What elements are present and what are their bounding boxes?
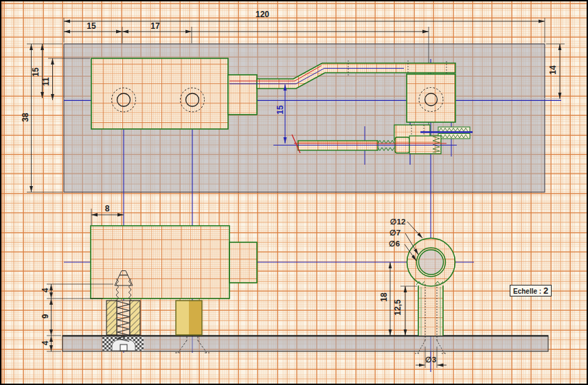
- dim-label-plate-height: 38: [21, 113, 30, 121]
- dim-label-stud-tip: 4: [41, 288, 50, 293]
- dim-label-front-offset: 8: [105, 204, 110, 213]
- dia-label-bore: ∅6: [389, 239, 400, 248]
- dim-label-stem-height: 12,5: [393, 299, 403, 315]
- dim-label-spring-height: 9: [41, 314, 50, 319]
- dim-label-overall-width: 120: [256, 10, 269, 19]
- dim-label-arm-to-rod: 15: [275, 105, 285, 114]
- dim-label-plate-thickness: 4: [41, 341, 50, 346]
- millimeter-paper-sheet: { "drawing": { "type": "technical-drawin…: [0, 0, 588, 385]
- dia-label-hole: ∅3: [425, 355, 436, 364]
- dim-label-edge-to-axis: 15: [31, 67, 41, 76]
- scale-value: 2: [543, 285, 548, 296]
- dim-label-block-to-axis: 11: [41, 78, 51, 86]
- spring-housing-right: [130, 301, 140, 335]
- scale-box: Echelle : 2: [510, 285, 552, 296]
- right-block-top: [407, 74, 455, 122]
- left-block-top: [91, 58, 228, 129]
- screw-slot: [120, 345, 127, 351]
- dim-label-right-depth: 14: [548, 65, 558, 74]
- dim-label-axis-to-base: 18: [379, 292, 389, 301]
- front-view: [47, 209, 548, 368]
- dia-label-outer: ∅12: [390, 217, 406, 226]
- dim-label-hole1-offset: 15: [87, 21, 95, 31]
- dia-label-mid: ∅7: [389, 228, 400, 237]
- post-bore-circle: [419, 250, 444, 275]
- left-block-tab-front: [229, 242, 257, 283]
- spring-housing-left: [106, 301, 117, 335]
- scale-label: Echelle :: [513, 288, 541, 295]
- left-block-front: [91, 226, 229, 299]
- dim-label-hole-spacing: 17: [150, 21, 159, 31]
- drawing-canvas: [1, 1, 588, 385]
